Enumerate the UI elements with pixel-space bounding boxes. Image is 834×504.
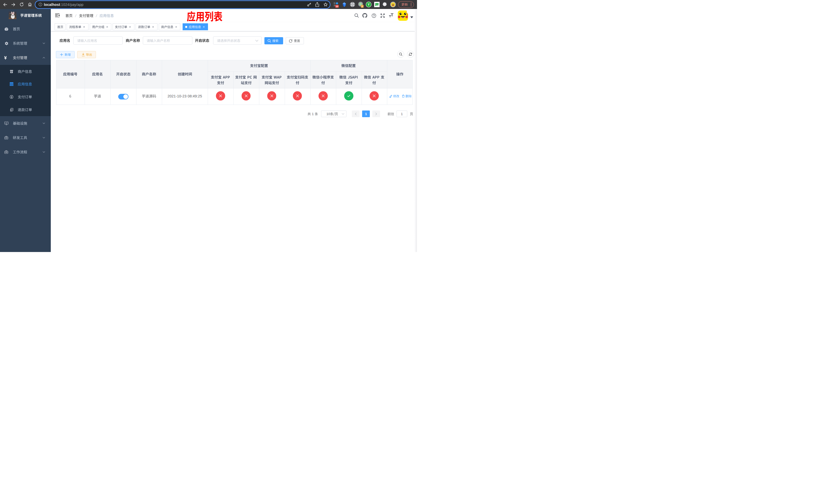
svg-text:1: 1 <box>361 5 363 8</box>
svg-text:Y: Y <box>368 3 370 6</box>
svg-text:10: 10 <box>336 5 338 8</box>
